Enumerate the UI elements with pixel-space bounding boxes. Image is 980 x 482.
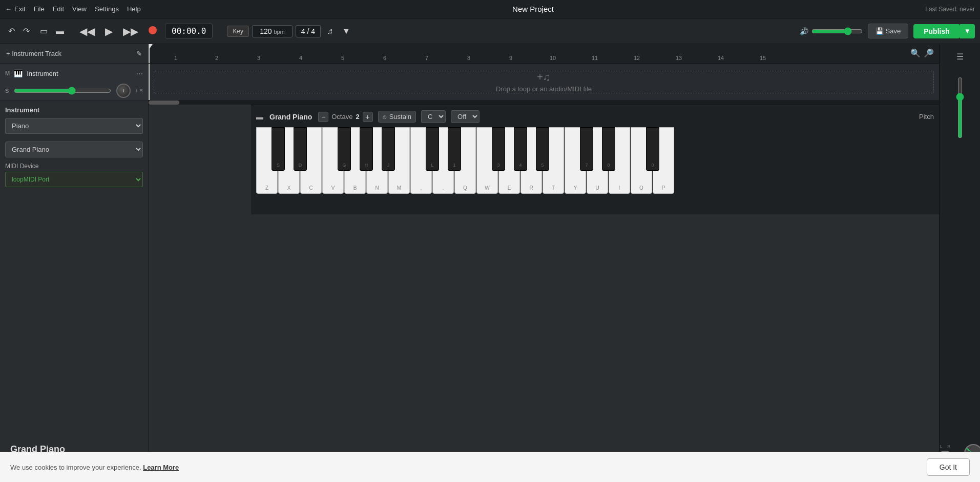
ruler-marker-13: 13 xyxy=(658,55,700,61)
main-layout: + Instrument Track ✎ M 🎹 Instrument ⋯ S … xyxy=(0,44,980,482)
ruler-marker-9: 9 xyxy=(490,55,532,61)
black-key-cs3[interactable]: 7 xyxy=(580,127,593,171)
keyboard-container: Z X C V B N M , . Q W E R T Y xyxy=(251,127,939,209)
piano-section: ▬ Grand Piano − Octave 2 + ⎋ S xyxy=(251,105,939,214)
rewind-button[interactable]: ◀◀ xyxy=(75,23,99,39)
black-key-ds[interactable]: D xyxy=(294,127,307,171)
got-it-button[interactable]: Got It xyxy=(927,458,970,476)
loop-button[interactable]: ▭ xyxy=(37,24,51,38)
zoom-out-button[interactable]: 🔍 xyxy=(910,48,921,58)
vert-menu-icon[interactable]: ☰ xyxy=(956,52,964,62)
help-menu[interactable]: Help xyxy=(127,5,141,13)
metronome-icon-btn[interactable]: ♬ xyxy=(324,25,336,38)
exit-arrow-icon: ← xyxy=(5,5,12,13)
ruler-marker-3: 3 xyxy=(238,55,280,61)
black-key-fs2[interactable]: 3 xyxy=(492,127,505,171)
octave-increment-button[interactable]: + xyxy=(363,112,373,122)
vertical-slider[interactable] xyxy=(956,77,964,138)
pan-knob[interactable]: I xyxy=(116,84,131,98)
transport-right: 🔊 💾 Save Publish ▼ xyxy=(800,24,975,38)
black-key-as[interactable]: J xyxy=(382,127,395,171)
lr-label: L R xyxy=(136,88,143,93)
save-button[interactable]: 💾 Save xyxy=(868,24,908,38)
time-signature[interactable]: 4 / 4 xyxy=(296,25,321,37)
exit-label: Exit xyxy=(14,5,26,13)
scrollbar-track[interactable] xyxy=(149,101,939,105)
piano-instrument-icon: ▬ xyxy=(256,113,263,121)
pan-lr-labels: LR xyxy=(940,444,950,449)
add-track-button[interactable]: + Instrument Track xyxy=(6,50,61,57)
track-name: Instrument xyxy=(27,70,132,77)
instrument-panel: Instrument Piano Grand Piano MIDI Device… xyxy=(0,101,148,192)
s-label[interactable]: S xyxy=(5,88,9,94)
sustain-control[interactable]: ⎋ Sustain xyxy=(378,111,416,123)
black-key-cs[interactable]: S xyxy=(272,127,285,171)
bpm-unit: bpm xyxy=(274,29,284,35)
ruler-marker-11: 11 xyxy=(574,55,616,61)
add-track-bar: + Instrument Track ✎ xyxy=(0,44,148,64)
ruler-marker-1: 1 xyxy=(154,55,196,61)
track-row-top: M 🎹 Instrument ⋯ xyxy=(0,64,148,83)
scrollbar-thumb[interactable] xyxy=(149,101,179,105)
black-key-gs[interactable]: H xyxy=(360,127,373,171)
black-key-fs[interactable]: G xyxy=(338,127,351,171)
fast-forward-button[interactable]: ▶▶ xyxy=(119,23,142,39)
dropdown-arrow-btn[interactable]: ▼ xyxy=(339,25,353,38)
ruler-marker-10: 10 xyxy=(532,55,574,61)
publish-group: Publish ▼ xyxy=(913,24,975,38)
black-key-as2[interactable]: 5 xyxy=(536,127,549,171)
black-key-gs2[interactable]: 4 xyxy=(514,127,527,171)
drop-text: Drop a loop or an audio/MIDI file xyxy=(496,85,592,93)
track-content-area: +♫ Drop a loop or an audio/MIDI file ▬ G… xyxy=(149,64,939,482)
track-more-button[interactable]: ⋯ xyxy=(136,70,143,77)
volume-section: 🔊 xyxy=(800,27,863,35)
record-button[interactable] xyxy=(144,24,161,38)
piano-type-select[interactable]: Piano xyxy=(5,118,143,134)
menu-bar: ← Exit File Edit View Settings Help New … xyxy=(0,0,980,18)
volume-slider[interactable] xyxy=(811,27,863,35)
octave-label: Octave xyxy=(331,113,352,120)
zoom-in-button[interactable]: 🔎 xyxy=(924,48,934,58)
sustain-icon: ⎋ xyxy=(383,113,386,120)
key-select[interactable]: C xyxy=(421,110,446,123)
ruler-marker-2: 2 xyxy=(196,55,238,61)
right-panel: ☰ LR PAN REVERB xyxy=(939,44,980,482)
edit-menu[interactable]: Edit xyxy=(53,5,64,13)
learn-more-link[interactable]: Learn More xyxy=(143,464,179,471)
key-bpm-section: Key 120 bpm 4 / 4 ♬ ▼ xyxy=(227,25,353,38)
track-volume-fader[interactable] xyxy=(14,87,111,95)
black-key-ds3[interactable]: 8 xyxy=(602,127,615,171)
bpm-display[interactable]: 120 bpm xyxy=(252,25,293,37)
piano-title: Grand Piano xyxy=(269,113,312,121)
m-label[interactable]: M xyxy=(5,70,10,76)
play-button[interactable]: ▶ xyxy=(101,23,117,39)
save-icon: 💾 xyxy=(875,27,886,35)
metronome-button[interactable]: ▬ xyxy=(53,24,67,38)
drop-zone[interactable]: +♫ Drop a loop or an audio/MIDI file xyxy=(154,71,934,93)
file-menu[interactable]: File xyxy=(34,5,45,13)
octave-value: 2 xyxy=(356,113,359,120)
black-key-fs3[interactable]: 0 xyxy=(646,127,659,171)
undo-button[interactable]: ↶ xyxy=(5,24,18,38)
transport-bar: ↶ ↷ ▭ ▬ ◀◀ ▶ ▶▶ 00:00.0 Key 120 bpm 4 / … xyxy=(0,18,980,44)
black-key-cs2[interactable]: L xyxy=(426,127,439,171)
black-key-ds2[interactable]: 1 xyxy=(448,127,461,171)
last-saved: Last Saved: never xyxy=(925,6,975,13)
exit-button[interactable]: ← Exit xyxy=(5,5,26,13)
midi-device-select[interactable]: loopMIDI Port xyxy=(5,172,143,187)
left-sidebar: + Instrument Track ✎ M 🎹 Instrument ⋯ S … xyxy=(0,44,149,482)
key-label[interactable]: Key xyxy=(227,26,249,37)
grand-piano-select[interactable]: Grand Piano xyxy=(5,142,143,157)
publish-button[interactable]: Publish xyxy=(913,24,960,38)
playhead xyxy=(149,44,150,63)
ruler-marker-7: 7 xyxy=(406,55,448,61)
view-menu[interactable]: View xyxy=(72,5,87,13)
off-select[interactable]: Off xyxy=(451,110,479,123)
pencil-icon[interactable]: ✎ xyxy=(136,50,142,57)
settings-menu[interactable]: Settings xyxy=(95,5,119,13)
redo-button[interactable]: ↷ xyxy=(20,24,33,38)
time-display: 00:00.0 xyxy=(165,24,213,38)
ruler-marker-15: 15 xyxy=(742,55,784,61)
publish-dropdown[interactable]: ▼ xyxy=(960,24,975,38)
octave-decrement-button[interactable]: − xyxy=(318,112,328,122)
